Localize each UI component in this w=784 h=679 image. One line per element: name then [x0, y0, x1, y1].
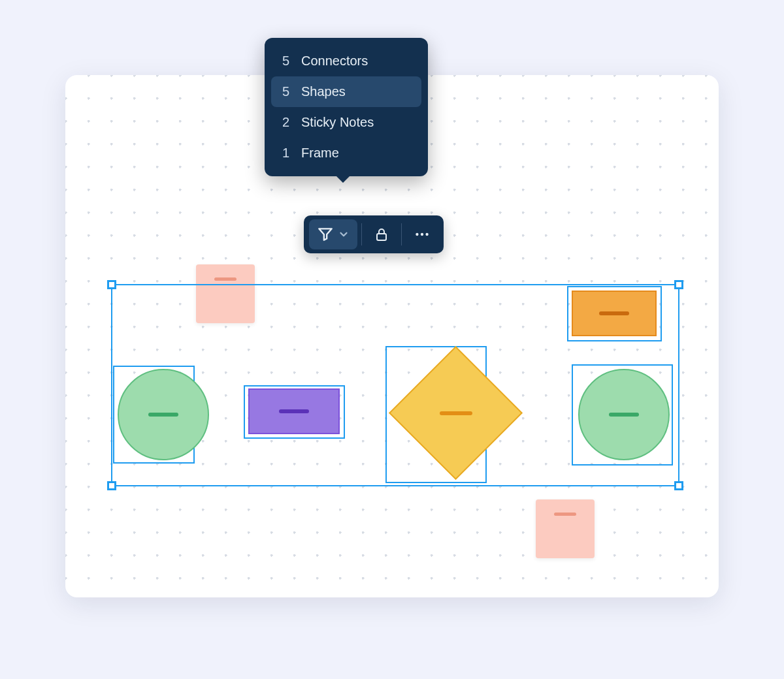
toolbar-divider [361, 223, 362, 245]
more-icon [414, 226, 431, 243]
filter-option-count: 2 [280, 115, 289, 130]
sticky-text-placeholder [214, 277, 237, 281]
filter-option-shapes[interactable]: 5Shapes [271, 76, 421, 107]
filter-option-frame[interactable]: 1Frame [271, 138, 421, 168]
shape-text-placeholder [148, 413, 178, 417]
filter-option-sticky-notes[interactable]: 2Sticky Notes [271, 107, 421, 138]
shape-diamond[interactable] [389, 346, 523, 480]
filter-option-label: Shapes [301, 84, 346, 99]
selection-handle-bottom-right[interactable] [674, 481, 683, 490]
toolbar-divider [401, 223, 402, 245]
filter-option-count: 5 [280, 84, 289, 99]
selection-handle-top-right[interactable] [674, 280, 683, 289]
selection-toolbar [304, 215, 444, 253]
lock-button[interactable] [366, 220, 397, 249]
more-button[interactable] [406, 219, 438, 249]
svg-point-2 [421, 233, 423, 236]
svg-point-3 [425, 233, 428, 236]
filter-button[interactable] [309, 219, 357, 249]
filter-option-label: Frame [301, 146, 339, 161]
funnel-icon [317, 226, 334, 243]
filter-popover: 5Connectors5Shapes2Sticky Notes1Frame [265, 38, 428, 176]
selection-handle-bottom-left[interactable] [107, 481, 116, 490]
shape-circle[interactable] [578, 369, 670, 460]
shape-text-placeholder [279, 409, 309, 413]
filter-option-label: Sticky Notes [301, 115, 374, 130]
selection-handle-top-left[interactable] [107, 280, 116, 289]
sticky-note[interactable] [536, 499, 595, 558]
sticky-text-placeholder [554, 513, 576, 516]
shape-text-placeholder [599, 311, 629, 315]
shape-circle[interactable] [118, 369, 209, 460]
shape-rectangle[interactable] [248, 388, 340, 434]
filter-option-count: 1 [280, 146, 289, 161]
filter-option-count: 5 [280, 54, 289, 69]
filter-option-label: Connectors [301, 54, 368, 69]
chevron-down-icon [338, 229, 350, 240]
lock-icon [374, 227, 389, 242]
filter-option-connectors[interactable]: 5Connectors [271, 46, 421, 76]
svg-rect-0 [377, 234, 386, 240]
shape-rectangle[interactable] [572, 291, 657, 336]
shape-text-placeholder [440, 411, 472, 415]
svg-point-1 [416, 233, 418, 236]
shape-text-placeholder [609, 413, 639, 417]
